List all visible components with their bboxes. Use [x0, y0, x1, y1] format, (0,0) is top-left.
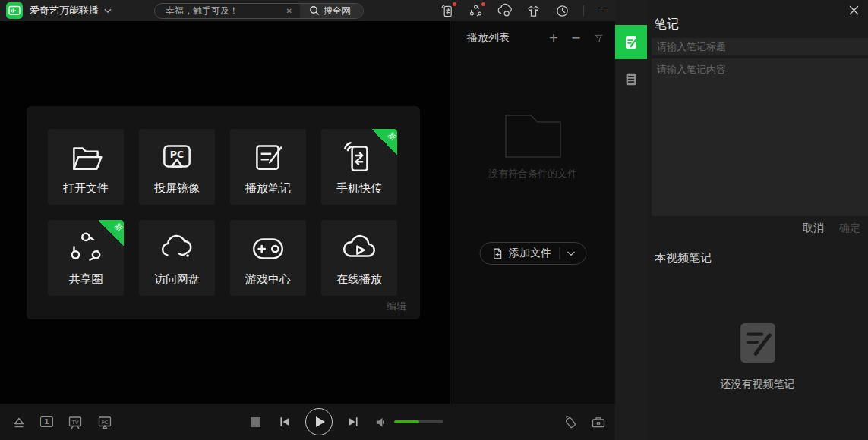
- svg-text:TV: TV: [71, 419, 78, 425]
- cloud-account-icon[interactable]: [497, 3, 512, 18]
- app-window: 爱奇艺万能联播 幸福，触手可及！ ✕ 搜全网: [0, 0, 868, 440]
- chevron-down-icon[interactable]: [560, 251, 578, 256]
- titlebar-separator: [583, 5, 584, 16]
- search-button[interactable]: 搜全网: [300, 4, 363, 18]
- add-item-icon[interactable]: +: [548, 32, 558, 44]
- open-file-folder-icon: [67, 138, 105, 176]
- new-badge: 新: [98, 220, 124, 246]
- app-title: 爱奇艺万能联播: [30, 4, 99, 17]
- playlist-empty-state: 没有符合条件的文件: [450, 112, 615, 181]
- online-play-icon: [340, 229, 378, 267]
- tile-label: 打开文件: [63, 181, 109, 196]
- tile-label: 访问网盘: [154, 272, 200, 287]
- notes-panel-title: 笔记: [655, 17, 679, 33]
- minimize-button[interactable]: —: [592, 0, 611, 21]
- add-file-button[interactable]: 添加文件: [479, 242, 586, 265]
- phone-transfer-icon[interactable]: [439, 3, 454, 18]
- tile-label: 投屏镜像: [154, 181, 200, 196]
- search-button-label: 搜全网: [324, 5, 351, 17]
- tile-play-notes[interactable]: 播放笔记: [230, 129, 306, 205]
- share-circle-icon[interactable]: [468, 3, 483, 18]
- tab-playlist[interactable]: [615, 64, 647, 94]
- empty-note-icon: [737, 322, 778, 364]
- stop-button[interactable]: [251, 417, 260, 427]
- tile-game-center[interactable]: 游戏中心: [230, 220, 306, 296]
- skin-tshirt-icon[interactable]: [526, 3, 541, 18]
- bottombar-left-icons: 1 TV PC: [12, 404, 112, 440]
- home-shortcut-card: 打开文件 PC 投屏镜像 播放笔记: [27, 106, 420, 319]
- tile-share-circle[interactable]: 共享圈 新: [48, 220, 124, 296]
- play-button[interactable]: [305, 408, 333, 435]
- search-hotword[interactable]: 幸福，触手可及！: [166, 5, 285, 17]
- tile-label: 在线播放: [336, 272, 382, 287]
- filter-funnel-icon[interactable]: [593, 33, 604, 44]
- notification-dot: [453, 2, 456, 6]
- playback-speed-icon[interactable]: 1: [40, 416, 53, 427]
- title-bar: 爱奇艺万能联播 幸福，触手可及！ ✕ 搜全网: [0, 0, 615, 21]
- list-icon: [623, 71, 639, 87]
- note-actions: 取消 确定: [803, 222, 860, 235]
- tab-notes-active[interactable]: [615, 25, 647, 59]
- playlist-title: 播放列表: [467, 31, 536, 45]
- volume-icon[interactable]: [374, 416, 387, 429]
- cloud-drive-icon: [158, 229, 196, 267]
- tile-label: 共享圈: [69, 272, 103, 287]
- volume-slider[interactable]: [394, 420, 443, 423]
- tile-phone-quick-transfer[interactable]: 手机快传 新: [321, 129, 397, 205]
- empty-folder-icon: [503, 112, 563, 159]
- playlist-empty-text: 没有符合条件的文件: [488, 167, 577, 181]
- edit-shortcuts-button[interactable]: 编辑: [387, 300, 406, 313]
- cancel-button[interactable]: 取消: [803, 222, 824, 235]
- new-badge: 新: [371, 129, 397, 155]
- svg-text:PC: PC: [102, 419, 109, 425]
- history-clock-icon[interactable]: [554, 3, 570, 18]
- svg-text:PC: PC: [170, 149, 184, 160]
- search-input[interactable]: 幸福，触手可及！ ✕: [155, 4, 300, 18]
- confirm-button[interactable]: 确定: [839, 222, 860, 235]
- note-title-input[interactable]: [652, 38, 868, 55]
- playlist-header: 播放列表 + −: [450, 21, 615, 55]
- tile-label: 手机快传: [336, 181, 382, 196]
- app-logo-icon: [6, 2, 23, 19]
- tile-open-file[interactable]: 打开文件: [48, 129, 124, 205]
- tile-label: 播放笔记: [245, 181, 291, 196]
- play-notes-icon: [249, 138, 287, 176]
- note-content-input[interactable]: [652, 58, 868, 216]
- next-button[interactable]: [347, 416, 360, 428]
- playlist-panel: 播放列表 + − 没有符合条件的文件 添加文件: [450, 21, 615, 404]
- search-bar[interactable]: 幸福，触手可及！ ✕ 搜全网: [154, 3, 364, 19]
- video-area: 打开文件 PC 投屏镜像 播放笔记: [0, 21, 450, 404]
- note-pen-icon: [623, 34, 639, 51]
- clear-search-icon[interactable]: ✕: [285, 7, 294, 15]
- previous-button[interactable]: [278, 416, 291, 428]
- game-center-icon: [249, 229, 287, 267]
- close-icon[interactable]: [847, 4, 860, 17]
- cast-to-tv-icon[interactable]: TV: [68, 415, 83, 429]
- search-icon: [309, 5, 320, 16]
- tile-screen-mirror[interactable]: PC 投屏镜像: [139, 129, 215, 205]
- screen-mirror-icon: PC: [158, 138, 196, 176]
- transport-controls: [251, 404, 443, 440]
- bottombar-right-icons: [563, 404, 606, 440]
- toolbox-icon[interactable]: [591, 414, 606, 429]
- eject-open-icon[interactable]: [12, 415, 26, 429]
- play-icon: [316, 416, 325, 427]
- remove-item-icon[interactable]: −: [571, 32, 581, 44]
- notes-panel: 笔记 取消 确定 本视频笔记 还没有视频笔记: [647, 0, 868, 440]
- add-file-icon: [491, 247, 503, 261]
- tile-cloud-drive[interactable]: 访问网盘: [139, 220, 215, 296]
- phone-remote-icon[interactable]: [563, 414, 578, 429]
- volume-fill: [394, 420, 419, 423]
- notification-dot: [481, 2, 485, 6]
- notes-empty-text: 还没有视频笔记: [721, 378, 795, 391]
- tile-label: 游戏中心: [245, 272, 291, 287]
- chevron-down-icon[interactable]: [104, 8, 112, 14]
- side-tab-strip: [615, 0, 647, 440]
- tile-online-play[interactable]: 在线播放: [321, 220, 397, 296]
- playback-bar: 1 TV PC: [0, 404, 615, 440]
- titlebar-icon-group: [439, 3, 584, 18]
- pc-mirror-small-icon[interactable]: PC: [97, 415, 112, 429]
- notes-empty-state: 还没有视频笔记: [647, 322, 868, 391]
- video-notes-section-title: 本视频笔记: [655, 251, 712, 266]
- add-file-label: 添加文件: [509, 247, 551, 260]
